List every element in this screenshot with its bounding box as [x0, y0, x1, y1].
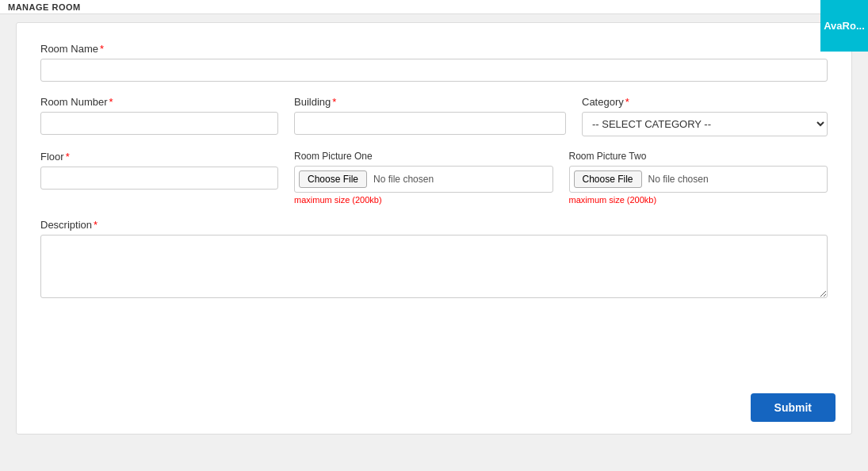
floor-input[interactable] — [40, 167, 278, 190]
room-number-label: Room Number* — [40, 96, 278, 108]
category-required: * — [625, 96, 629, 108]
room-name-group: Room Name* — [40, 43, 828, 82]
category-select[interactable]: -- SELECT CATEGORY -- — [582, 112, 828, 136]
room-picture-two-label: Room Picture Two — [569, 151, 828, 162]
building-required: * — [332, 96, 336, 108]
file-one-name: No file chosen — [373, 174, 434, 185]
choose-file-two-button[interactable]: Choose File — [574, 170, 642, 188]
room-picture-one-label: Room Picture One — [294, 151, 553, 162]
room-picture-two-file-wrapper: Choose File No file chosen — [569, 166, 828, 193]
category-label: Category* — [582, 96, 828, 108]
building-label: Building* — [294, 96, 566, 108]
room-number-input[interactable] — [40, 112, 278, 135]
floor-label: Floor* — [40, 151, 278, 163]
row-room-number-building-category: Room Number* Building* Category* -- SELE… — [40, 96, 828, 136]
submit-button[interactable]: Submit — [751, 393, 835, 422]
description-group: Description* — [40, 219, 828, 301]
room-number-group: Room Number* — [40, 96, 278, 136]
avail-rooms-button[interactable]: Ava Ro... — [820, 0, 868, 52]
top-bar: MANAGE ROOM — [0, 0, 868, 14]
room-picture-two-max-size: maximum size (200kb) — [569, 195, 828, 205]
choose-file-one-button[interactable]: Choose File — [299, 170, 367, 188]
building-group: Building* — [294, 96, 566, 136]
room-name-input[interactable] — [40, 59, 828, 82]
category-group: Category* -- SELECT CATEGORY -- — [582, 96, 828, 136]
room-name-required: * — [100, 43, 104, 55]
room-name-label: Room Name* — [40, 43, 828, 55]
description-label: Description* — [40, 219, 828, 231]
description-required: * — [94, 219, 98, 231]
floor-group: Floor* — [40, 151, 278, 205]
room-picture-one-file-wrapper: Choose File No file chosen — [294, 166, 553, 193]
page-container: MANAGE ROOM Ava Ro... Room Name* Room Nu… — [0, 0, 868, 471]
room-picture-one-max-size: maximum size (200kb) — [294, 195, 553, 205]
form-container: Room Name* Room Number* Building* Catego… — [16, 22, 852, 435]
floor-required: * — [66, 151, 70, 163]
file-two-name: No file chosen — [648, 174, 709, 185]
room-picture-two-group: Room Picture Two Choose File No file cho… — [569, 151, 828, 205]
description-textarea[interactable] — [40, 235, 828, 298]
room-number-required: * — [109, 96, 113, 108]
submit-row: Submit — [751, 393, 835, 422]
room-picture-one-group: Room Picture One Choose File No file cho… — [294, 151, 553, 205]
row-floor-pictures: Floor* Room Picture One Choose File No f… — [40, 151, 828, 205]
page-title: MANAGE ROOM — [8, 2, 81, 12]
building-input[interactable] — [294, 112, 566, 135]
